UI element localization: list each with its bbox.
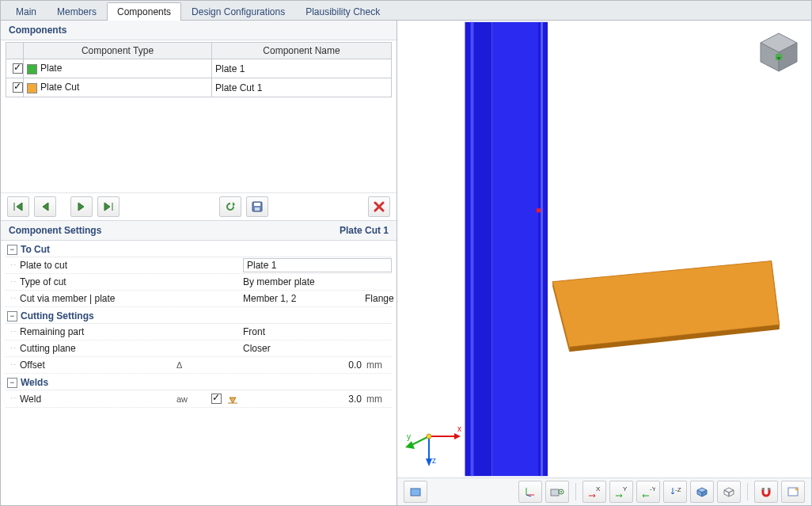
svg-rect-8	[537, 208, 541, 212]
group-to-cut[interactable]: − To Cut	[6, 242, 392, 257]
view-cube[interactable]	[757, 30, 800, 73]
view-direction-button[interactable]	[545, 481, 569, 503]
show-model-button[interactable]	[404, 481, 427, 503]
offset-unit: mm	[365, 360, 392, 371]
svg-marker-9	[552, 261, 780, 348]
weld-symbol: aw	[176, 394, 208, 404]
svg-text:-Y: -Y	[650, 486, 655, 493]
view-x-button[interactable]: X	[582, 481, 606, 503]
row-check[interactable]	[13, 82, 23, 93]
weld-unit: mm	[365, 394, 392, 405]
svg-point-26	[427, 434, 431, 439]
row-label: Cutting plane	[18, 343, 176, 354]
svg-rect-6	[471, 22, 474, 476]
components-toolbar	[1, 192, 397, 220]
magnet-button[interactable]	[754, 481, 778, 503]
settings-tree: − To Cut ⋅⋅ Plate to cut Plate 1 ⋅⋅ Type…	[1, 241, 397, 505]
offset-symbol: Δ	[176, 360, 208, 370]
plate-to-cut-value[interactable]: Plate 1	[243, 258, 392, 272]
tab-main[interactable]: Main	[6, 2, 47, 21]
collapse-icon[interactable]: −	[7, 378, 17, 388]
table-row[interactable]: Plate Cut Plate Cut 1	[6, 78, 392, 97]
svg-text:X: X	[596, 486, 601, 493]
weld-check[interactable]	[211, 394, 222, 404]
row-name: Plate Cut 1	[215, 82, 262, 93]
row-label: Type of cut	[18, 276, 176, 287]
collapse-icon[interactable]: −	[7, 245, 17, 255]
svg-rect-3	[465, 22, 491, 476]
svg-rect-42	[768, 488, 770, 490]
col-check	[6, 43, 24, 59]
tab-members[interactable]: Members	[47, 2, 107, 21]
row-label: Plate to cut	[18, 260, 176, 271]
svg-text:y: y	[407, 432, 411, 441]
svg-marker-18	[454, 433, 461, 439]
row-check[interactable]	[13, 63, 23, 74]
svg-point-30	[560, 491, 562, 493]
svg-rect-2	[255, 207, 260, 211]
wireframe-button[interactable]	[717, 481, 741, 503]
svg-marker-38	[724, 488, 734, 493]
svg-rect-41	[762, 488, 765, 490]
settings-target: Plate Cut 1	[340, 225, 389, 236]
svg-rect-1	[254, 203, 260, 206]
group-label: Cutting Settings	[21, 310, 94, 321]
svg-rect-28	[551, 489, 559, 496]
tab-design-configurations[interactable]: Design Configurations	[181, 2, 295, 21]
row-label: Weld	[18, 394, 176, 405]
row-type: Plate Cut	[40, 82, 79, 93]
viewport-toolbar: X Y -Y -Z	[397, 477, 811, 505]
tabs-bar: Main Members Components Design Configura…	[1, 1, 811, 21]
color-swatch	[27, 83, 37, 93]
svg-marker-24	[426, 458, 432, 466]
cut-via-value2[interactable]: Flange 2	[365, 293, 397, 304]
iso-view-button[interactable]	[690, 481, 714, 503]
view-neg-z-button[interactable]: -Z	[663, 481, 687, 503]
offset-value[interactable]: 0.0	[243, 360, 365, 371]
cutting-plane-value[interactable]: Closer	[243, 343, 392, 354]
svg-text:Y: Y	[623, 486, 628, 493]
delete-button[interactable]	[368, 196, 390, 217]
group-welds[interactable]: − Welds	[6, 375, 392, 390]
tab-components[interactable]: Components	[107, 2, 181, 21]
type-of-cut-value[interactable]: By member plate	[243, 276, 392, 287]
cut-via-value[interactable]: Member 1, 2	[243, 293, 365, 304]
save-button[interactable]	[246, 196, 268, 217]
weld-type-icon[interactable]	[227, 394, 243, 404]
col-name: Component Name	[212, 43, 392, 59]
svg-marker-39	[724, 490, 729, 496]
svg-rect-7	[541, 22, 543, 476]
color-swatch	[27, 64, 37, 74]
settings-title: Component Settings	[9, 225, 101, 236]
row-label: Cut via member | plate	[18, 293, 176, 304]
svg-text:x: x	[457, 424, 461, 433]
svg-rect-27	[411, 489, 420, 496]
components-panel-title: Components	[1, 21, 397, 40]
row-type: Plate	[40, 63, 62, 74]
group-label: To Cut	[21, 244, 50, 255]
refresh-button[interactable]	[219, 196, 241, 217]
collapse-icon[interactable]: −	[7, 311, 17, 321]
tab-plausibility-check[interactable]: Plausibility Check	[295, 2, 390, 21]
move-last-button[interactable]	[97, 196, 120, 217]
row-name: Plate 1	[215, 63, 245, 74]
group-cutting-settings[interactable]: − Cutting Settings	[6, 309, 392, 324]
row-label: Offset	[18, 360, 176, 371]
svg-text:-Z: -Z	[675, 486, 681, 493]
new-window-button[interactable]	[781, 481, 805, 503]
group-label: Welds	[21, 377, 48, 388]
remaining-part-value[interactable]: Front	[243, 326, 392, 337]
view-neg-y-button[interactable]: -Y	[636, 481, 660, 503]
svg-rect-5	[538, 22, 548, 476]
move-first-button[interactable]	[7, 196, 29, 217]
move-up-button[interactable]	[34, 196, 56, 217]
move-down-button[interactable]	[70, 196, 93, 217]
weld-value[interactable]: 3.0	[243, 394, 365, 405]
axes-button[interactable]	[518, 481, 542, 503]
col-type: Component Type	[24, 43, 212, 59]
svg-text:z: z	[432, 456, 436, 465]
view-y-button[interactable]: Y	[609, 481, 633, 503]
row-label: Remaining part	[18, 326, 176, 337]
table-row[interactable]: Plate Plate 1	[6, 59, 392, 78]
viewport-3d[interactable]: x y z	[397, 21, 811, 477]
